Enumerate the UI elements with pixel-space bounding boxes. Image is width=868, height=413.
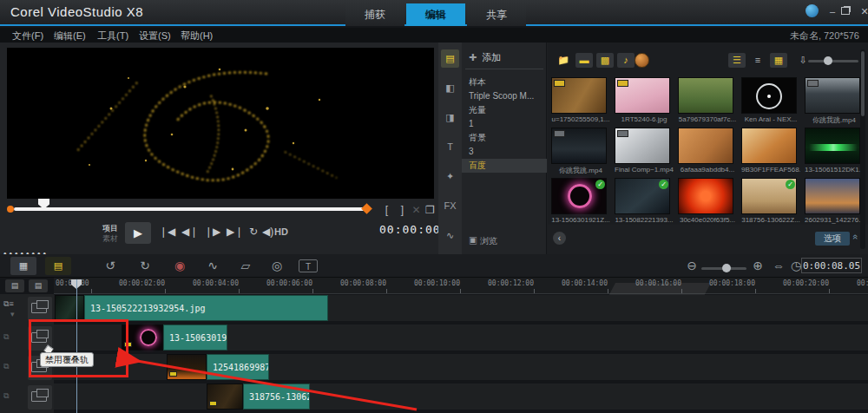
add-folder-button[interactable]: ✚添加: [469, 51, 501, 64]
mode-clip-label[interactable]: 素材: [102, 233, 118, 245]
filter-fx-icon[interactable]: FX: [441, 197, 459, 215]
thumbnail-size-slider[interactable]: [808, 60, 858, 62]
play-button[interactable]: ▶: [125, 222, 151, 244]
file-name: 6afaaa9abddb4...: [678, 166, 737, 174]
thumbnail-view-icon[interactable]: ▦: [770, 53, 787, 68]
media-thumbnail[interactable]: 2602931_142276...: [805, 178, 864, 224]
video-badge: [617, 130, 628, 137]
file-name: 1RT5240-6.jpg: [615, 115, 674, 123]
instant-project-icon[interactable]: ◧: [441, 79, 459, 97]
media-thumbnail[interactable]: 13-1506301921Z...: [551, 178, 610, 224]
thumbnail-size-knob[interactable]: [824, 56, 832, 65]
menu-file[interactable]: 文件(F): [12, 30, 43, 43]
tab-edit[interactable]: 编辑: [406, 3, 465, 26]
folder-triple-scoop[interactable]: Triple Scoop M...: [462, 89, 547, 103]
media-thumbnail[interactable]: 你跳我跳.mp4: [805, 77, 864, 125]
annotation-arrow: [0, 254, 868, 413]
media-thumbnail[interactable]: 6afaaa9abddb4...: [678, 128, 737, 174]
file-name: u=1750255509,1...: [551, 115, 610, 123]
browse-button[interactable]: ▣ 浏览: [469, 235, 497, 247]
transition-icon[interactable]: ◨: [441, 108, 459, 127]
options-button[interactable]: 选项: [815, 232, 850, 246]
file-name: 30c40e020f63f5...: [678, 216, 737, 224]
graphics-icon[interactable]: ✦: [441, 167, 459, 186]
menu-bar: 文件(F) 编辑(E) 工具(T) 设置(S) 帮助(H) 未命名, 720*5…: [0, 28, 868, 43]
enlarge-preview-button[interactable]: ❐: [424, 204, 437, 217]
vinyl-record-art: [756, 83, 782, 109]
folder-background[interactable]: 背景: [462, 131, 547, 145]
folder-3[interactable]: 3: [462, 145, 547, 159]
media-thumbnail[interactable]: 30c40e020f63f5...: [678, 178, 737, 224]
folder-1[interactable]: 1: [462, 117, 547, 131]
library-scrollbar-thumb[interactable]: [861, 51, 865, 116]
minimize-button[interactable]: –: [825, 5, 839, 17]
motion-path-icon[interactable]: ∿: [441, 226, 459, 245]
title-icon[interactable]: T: [441, 138, 459, 156]
split-clip-button[interactable]: ✕: [410, 204, 423, 217]
video-badge: [807, 80, 819, 87]
record-import-icon[interactable]: [635, 53, 649, 68]
media-thumbnail[interactable]: 13-15082221393...: [615, 178, 674, 224]
close-button[interactable]: ✕: [858, 5, 868, 17]
file-name: 2602931_142276...: [805, 216, 864, 224]
menu-tools[interactable]: 工具(T): [97, 30, 128, 43]
media-thumbnail[interactable]: 5a79679370af7c...: [678, 77, 737, 123]
detail-view-icon[interactable]: ≡: [749, 53, 766, 68]
show-videos-icon[interactable]: ▬: [575, 53, 593, 68]
audio-waveform-art: [809, 144, 858, 151]
file-name: 你跳我跳.mp4: [551, 166, 610, 175]
trim-end-handle[interactable]: [361, 203, 372, 214]
media-thumbnail[interactable]: 318756-130622Z...: [741, 178, 800, 224]
list-view-icon[interactable]: ☰: [728, 53, 746, 68]
mark-out-button[interactable]: ]: [396, 204, 409, 217]
hd-toggle[interactable]: HD: [274, 226, 288, 237]
restore-button[interactable]: [841, 7, 850, 15]
gold-particle-artwork: [7, 48, 434, 199]
media-thumbnail[interactable]: u=1750255509,1...: [551, 77, 610, 123]
file-name: 13-15082221393...: [615, 216, 674, 224]
menu-help[interactable]: 帮助(H): [181, 30, 213, 43]
file-name: 13-1506301921Z...: [551, 216, 610, 224]
import-folder-icon[interactable]: 📁: [555, 53, 572, 68]
next-frame-button[interactable]: ❘▶: [204, 226, 220, 238]
scrubber-track[interactable]: [14, 207, 365, 211]
volume-icon[interactable]: ◀): [262, 226, 273, 238]
scene-badge: [554, 80, 565, 87]
repeat-button[interactable]: ↻: [249, 226, 258, 238]
tab-share[interactable]: 共享: [467, 3, 526, 26]
mark-in-button[interactable]: [: [380, 204, 393, 217]
media-thumbnail[interactable]: Ken Arai - NEX...: [741, 77, 800, 123]
tab-capture[interactable]: 捕获: [345, 3, 404, 26]
go-end-button[interactable]: ▶❘: [227, 226, 243, 238]
timeline-panel: ▦ ▤ ↺ ↻ ◉ ∿ ▱ ◎ T ⊖ ⊕ ⇔ ◷ 0:00:08.05 00:…: [0, 254, 868, 413]
in-use-check-icon: [659, 180, 668, 189]
media-thumbnail[interactable]: Final Comp~1.mp4: [615, 128, 674, 174]
menu-settings[interactable]: 设置(S): [139, 30, 171, 43]
library-category-strip: ▤ ◧ ◨ T ✦ FX ∿: [438, 43, 462, 254]
in-use-check-icon: [595, 180, 605, 189]
show-audio-icon[interactable]: ♪: [617, 53, 635, 68]
media-thumbnail[interactable]: 你跳我跳.mp4: [551, 128, 610, 175]
in-use-check-icon: [786, 180, 795, 189]
media-icon[interactable]: ▤: [441, 49, 459, 68]
folder-guangliang[interactable]: 光量: [462, 103, 547, 117]
disable-overlay-track-tooltip: 禁用覆叠轨: [40, 352, 94, 367]
media-thumbnail[interactable]: 13-15061512DK1...: [805, 128, 864, 174]
account-icon[interactable]: [806, 4, 819, 17]
media-thumbnail[interactable]: 9B30F1FFEAF568...: [741, 128, 800, 174]
add-folder-label: 添加: [482, 52, 501, 62]
video-preview[interactable]: [7, 48, 434, 199]
divider: [465, 69, 543, 69]
plus-icon: ✚: [469, 52, 477, 62]
file-name: 你跳我跳.mp4: [805, 115, 864, 125]
library-content: 📁 ▬ ▩ ♪ ☰ ≡ ▦ ⇩ u=1750255509,1... 1RT524…: [548, 43, 868, 254]
back-button[interactable]: ‹: [553, 232, 566, 245]
go-start-button[interactable]: ❘◀: [159, 226, 175, 238]
folder-baidu-selected[interactable]: 百度: [462, 159, 547, 173]
prev-frame-button[interactable]: ◀❘: [181, 226, 198, 238]
folder-samples[interactable]: 样本: [462, 75, 547, 89]
menu-edit[interactable]: 编辑(E): [54, 30, 86, 43]
show-photos-icon[interactable]: ▩: [596, 53, 614, 68]
trim-start-handle[interactable]: [7, 206, 14, 213]
media-thumbnail[interactable]: 1RT5240-6.jpg: [615, 77, 674, 123]
